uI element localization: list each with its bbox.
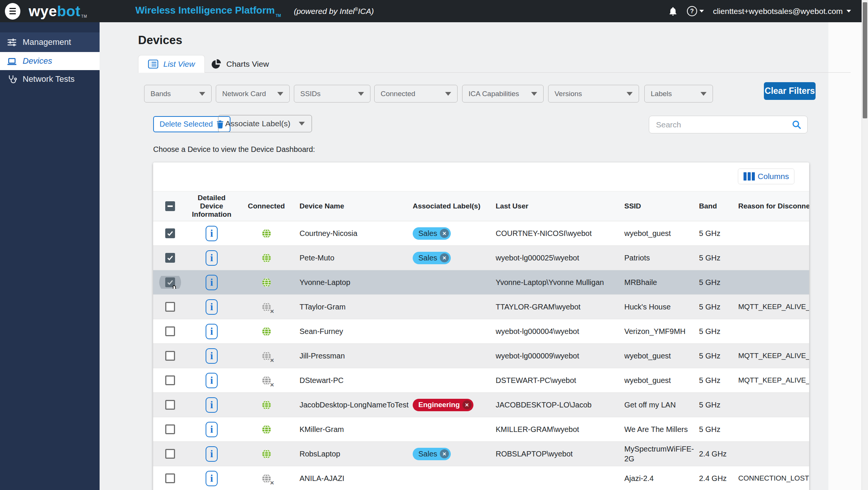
platform-title: Wireless Intelligence PlatformTM [135,5,281,18]
associated-labels-cell: Engineering✕ [410,397,493,413]
row-checkbox[interactable] [165,400,175,410]
select-all-checkbox[interactable] [165,201,175,211]
label-chip: Sales✕ [413,227,451,240]
choose-device-text: Choose a Device to view the Device Dashb… [153,145,315,154]
label-remove-button[interactable]: ✕ [440,229,449,238]
row-checkbox[interactable] [165,424,175,434]
table-row[interactable]: iPete-MutoSales✕wyebot-lg000025\wyebotPa… [153,246,809,270]
search-input[interactable] [656,120,791,129]
tab-charts-view[interactable]: Charts View [211,55,269,73]
sidebar-item-network-tests[interactable]: Network Tests [0,70,100,88]
sidebar-item-management[interactable]: Management [0,32,100,52]
filter-dropdown-versions[interactable]: Versions [548,85,639,103]
help-menu[interactable]: ? [687,6,704,16]
device-info-button[interactable]: i [206,250,218,266]
row-checkbox[interactable] [165,375,175,385]
ssid-cell: Verizon_YMF9MH [621,325,696,338]
associated-labels-cell [410,477,493,480]
band-cell: 5 GHz [696,301,735,313]
device-info-button[interactable]: i [206,348,218,364]
top-bar: wyebotTM Wireless Intelligence PlatformT… [0,0,868,22]
filter-dropdown-labels[interactable]: Labels [644,85,713,103]
filter-dropdown-connected[interactable]: Connected [374,85,458,103]
device-info-button[interactable]: i [206,397,218,413]
associated-labels-cell [410,330,493,333]
vertical-scrollbar[interactable] [862,0,868,490]
last-user-cell: Yvonne-Laptop\Yvonne Mulligan [493,277,621,288]
device-info-button[interactable]: i [206,275,218,290]
table-row[interactable]: iYvonne-LaptopYvonne-Laptop\Yvonne Mulli… [153,270,809,295]
account-menu[interactable]: clienttest+wyebotsales@wyebot.com [713,7,851,16]
row-checkbox[interactable] [165,449,175,459]
device-info-button[interactable]: i [206,299,218,315]
label-remove-button[interactable]: ✕ [440,449,449,458]
device-info-button[interactable]: i [206,373,218,388]
hamburger-menu-button[interactable] [5,3,20,20]
filter-dropdown-ssids[interactable]: SSIDs [294,85,370,103]
columns-button[interactable]: Columns [738,168,794,184]
column-header-ssid: SSID [621,200,696,213]
page-title: Devices [138,34,182,47]
device-info-button[interactable]: i [206,324,218,339]
band-cell: 5 GHz [696,252,735,264]
tab-label: List View [163,60,195,69]
device-name-cell: Courtney-Nicosia [297,228,410,239]
last-user-cell: TTAYLOR-GRAM\wyebot [493,301,621,313]
filter-label: SSIDs [300,90,321,98]
ssid-cell: Get off my LAN [621,398,696,411]
device-info-button[interactable]: i [206,471,218,486]
table-row[interactable]: i✕Jill-Pressmanwyebot-lg000009\wyebotwye… [153,344,809,368]
table-row[interactable]: i✕ANILA-AJAZIAjazi-2.42.4 GHzCONNECTION_… [153,466,809,490]
table-row[interactable]: iRobsLaptopSales✕ROBSLAPTOP\wyebotMySpec… [153,442,809,466]
table-row[interactable]: iSean-Furneywyebot-lg000004\wyebotVerizo… [153,319,809,344]
device-name-cell: KMiller-Gram [297,424,410,435]
row-checkbox[interactable] [165,473,175,483]
disconnected-globe-icon: ✕ [261,473,272,484]
ssid-cell: MRBhaile [621,276,696,289]
row-checkbox[interactable] [165,351,175,361]
clear-filters-button[interactable]: Clear Filters [764,82,816,100]
reason-cell [735,403,809,406]
table-row[interactable]: iKMiller-GramKMILLER-GRAM\wyebotWe Are T… [153,417,809,442]
tabs-divider [138,72,851,73]
row-checkbox[interactable] [165,228,175,238]
filter-label: Labels [651,90,672,98]
delete-selected-label: Delete Selected [160,120,213,129]
device-info-button[interactable]: i [206,422,218,437]
band-cell: 5 GHz [696,228,735,239]
label-remove-button[interactable]: ✕ [440,253,449,262]
table-row[interactable]: iJacobDesktop-LongNameToTestEngineering✕… [153,393,809,417]
row-checkbox[interactable] [165,302,175,312]
device-name-cell: Pete-Muto [297,252,410,264]
connected-globe-icon [261,228,272,239]
filter-dropdown-bands[interactable]: Bands [144,85,212,103]
search-icon[interactable] [791,119,802,130]
table-row[interactable]: i✕TTaylor-GramTTAYLOR-GRAM\wyebotHuck's … [153,295,809,319]
scrollbar-thumb[interactable] [863,2,867,118]
associate-labels-dropdown[interactable]: Associate Label(s) [218,115,312,132]
notifications-bell-icon[interactable] [668,6,678,16]
label-remove-button[interactable]: ✕ [462,400,472,409]
disconnected-x-mark: ✕ [270,480,274,485]
connected-globe-icon [261,326,272,337]
ssid-cell: wyebot_guest [621,349,696,362]
device-info-button[interactable]: i [206,446,218,462]
chevron-down-icon [699,10,704,12]
table-row[interactable]: i✕DStewart-PCDSTEWART-PC\wyebotwyebot_gu… [153,368,809,393]
tab-list-view[interactable]: List View [138,55,205,73]
chevron-down-icon [358,92,364,96]
connected-globe-icon [261,277,272,288]
sidebar-item-devices[interactable]: Devices [0,52,100,70]
device-info-button[interactable]: i [206,226,218,241]
filter-dropdown-ica-capabilities[interactable]: ICA Capabilities [462,85,544,103]
laptop-icon [7,56,17,66]
logo-text-cyan: bot [57,3,80,20]
table-body: iCourtney-NicosiaSales✕COURTNEY-NICOSI\w… [153,221,809,490]
row-checkbox[interactable] [165,253,175,263]
associated-labels-cell [410,281,493,284]
table-row[interactable]: iCourtney-NicosiaSales✕COURTNEY-NICOSI\w… [153,221,809,246]
associated-labels-cell: Sales✕ [410,250,493,266]
device-name-cell: ANILA-AJAZI [297,473,410,484]
filter-dropdown-network-card[interactable]: Network Card [216,85,290,103]
row-checkbox[interactable] [165,326,175,336]
